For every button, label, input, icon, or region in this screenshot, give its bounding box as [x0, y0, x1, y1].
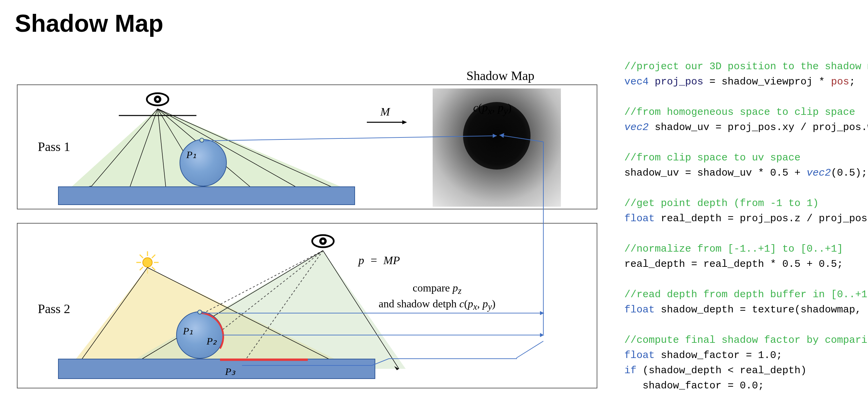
svg-marker-47 — [540, 311, 544, 315]
code-comment: //compute final shadow factor by compari… — [624, 334, 868, 346]
code-comment: //from homogeneous space to clip space — [624, 106, 855, 118]
code-type: float — [624, 213, 655, 224]
code-text: real_depth = real_depth * 0.5 + 0.5; — [624, 258, 843, 270]
code-text: = shadow_viewproj * — [703, 76, 831, 87]
diagram-panel-pass1: Pass 1 P₁ M Shadow Map — [17, 84, 597, 209]
code-text: (shadow_depth < real_depth) — [636, 365, 807, 376]
code-comment: //normalize from [-1..+1] to [0..+1] — [624, 243, 843, 255]
svg-marker-18 — [493, 134, 497, 138]
code-text: shadow_factor = 0.0; — [624, 380, 764, 391]
projection-arrow-pass1 — [18, 85, 598, 210]
code-keyword: if — [624, 365, 636, 376]
svg-line-17 — [205, 136, 497, 141]
slide-title: Shadow Map — [15, 9, 163, 37]
code-comment: //from clip space to uv space — [624, 152, 801, 163]
code-type: vec2 — [624, 122, 649, 133]
code-text: shadow_factor = 1.0; — [655, 350, 782, 361]
shader-code-block: //project our 3D position to the shadow … — [624, 44, 868, 393]
code-type: vec2 — [807, 167, 831, 179]
code-comment: //project our 3D position to the shadow … — [624, 61, 868, 72]
code-var: proj_pos — [655, 76, 703, 87]
code-type: float — [624, 304, 655, 315]
code-comment: //get point depth (from -1 to 1) — [624, 198, 819, 209]
code-type: vec4 — [624, 76, 649, 87]
code-text: shadow_depth = texture(shadowmap, shadow… — [655, 304, 868, 315]
code-text: (0.5); — [831, 167, 867, 179]
code-text: real_depth = proj_pos.z / proj_pos.w; — [655, 213, 868, 224]
code-text: ; — [849, 76, 855, 87]
diagram-panel-pass2: Pass 2 — [17, 223, 597, 388]
code-var: pos — [831, 76, 849, 87]
code-type: float — [624, 350, 655, 361]
code-comment: //read depth from depth buffer in [0..+1… — [624, 289, 868, 300]
projection-arrows-pass2 — [18, 224, 598, 389]
code-text: shadow_uv = shadow_uv * 0.5 + — [624, 167, 807, 179]
code-text: shadow_uv = proj_pos.xy / proj_pos.w; — [649, 122, 868, 133]
shadowmap-title: Shadow Map — [466, 68, 535, 83]
svg-marker-49 — [540, 333, 544, 337]
